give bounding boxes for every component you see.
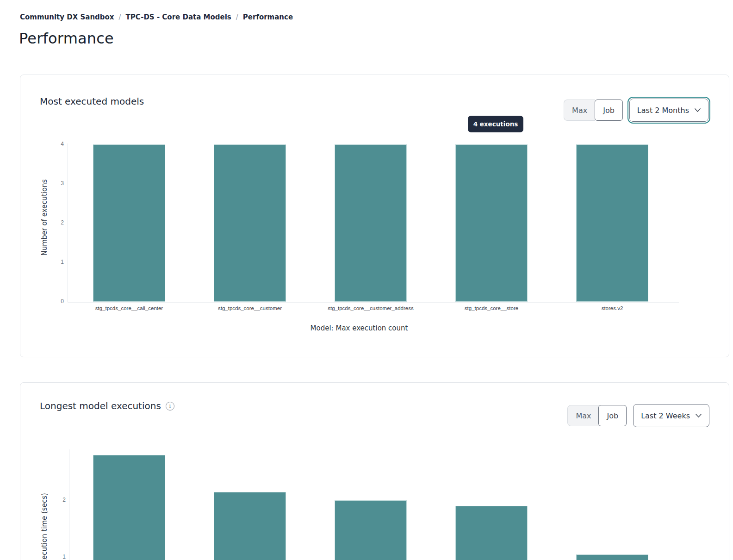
- breadcrumb-separator: /: [119, 13, 121, 21]
- y-tick-label: 1: [48, 259, 64, 265]
- bar-model-1[interactable]: [93, 455, 165, 560]
- y-axis-line: [68, 143, 68, 302]
- y-tick-label: 4: [48, 141, 64, 147]
- x-tick-label: stg_tpcds_core__call_center: [60, 305, 199, 311]
- y-tick-label: 0: [48, 298, 64, 305]
- bar-model-4[interactable]: [455, 506, 528, 560]
- breadcrumb-item-project[interactable]: Community DX Sandbox: [20, 13, 114, 21]
- y-axis-label: Number of executions: [40, 179, 49, 255]
- x-tick-label: stg_tpcds_core__store: [422, 305, 561, 311]
- y-tick-label: 2: [50, 497, 66, 503]
- x-tick-label: stg_tpcds_core__customer: [180, 305, 319, 311]
- y-tick-label: 1: [50, 554, 66, 560]
- most-executed-models-chart: Number of executions Model: Max executio…: [20, 75, 729, 357]
- bar-stg_tpcds_core__store[interactable]: [455, 144, 528, 302]
- breadcrumb-item-environment[interactable]: TPC-DS - Core Data Models: [126, 13, 231, 21]
- page-title: Performance: [19, 30, 114, 47]
- most-executed-models-card: Most executed models Max Job Last 2 Mont…: [20, 75, 729, 357]
- bar-model-2[interactable]: [214, 492, 286, 560]
- x-tick-label: stores.v2: [543, 305, 682, 311]
- breadcrumb: Community DX Sandbox / TPC-DS - Core Dat…: [20, 13, 293, 21]
- bar-stg_tpcds_core__call_center[interactable]: [93, 144, 165, 302]
- y-axis-label: Execution time (secs): [40, 493, 49, 560]
- longest-model-executions-chart: Execution time (secs) 12: [20, 383, 729, 560]
- y-tick-label: 3: [48, 180, 64, 187]
- breadcrumb-item-current: Performance: [243, 13, 293, 21]
- bar-stg_tpcds_core__customer_address[interactable]: [335, 144, 407, 302]
- bar-stg_tpcds_core__customer[interactable]: [214, 144, 286, 302]
- breadcrumb-separator: /: [236, 13, 238, 21]
- x-axis-line: [68, 302, 679, 303]
- bar-model-3[interactable]: [335, 500, 407, 560]
- x-axis-title: Model: Max execution count: [68, 324, 651, 332]
- y-axis-line: [69, 449, 69, 560]
- bar-model-5[interactable]: [576, 554, 648, 560]
- y-tick-label: 2: [48, 219, 64, 226]
- x-tick-label: stg_tpcds_core__customer_address: [301, 305, 440, 311]
- bar-stores.v2[interactable]: [576, 144, 648, 302]
- longest-model-executions-card: Longest model executions i Max Job Last …: [20, 382, 729, 560]
